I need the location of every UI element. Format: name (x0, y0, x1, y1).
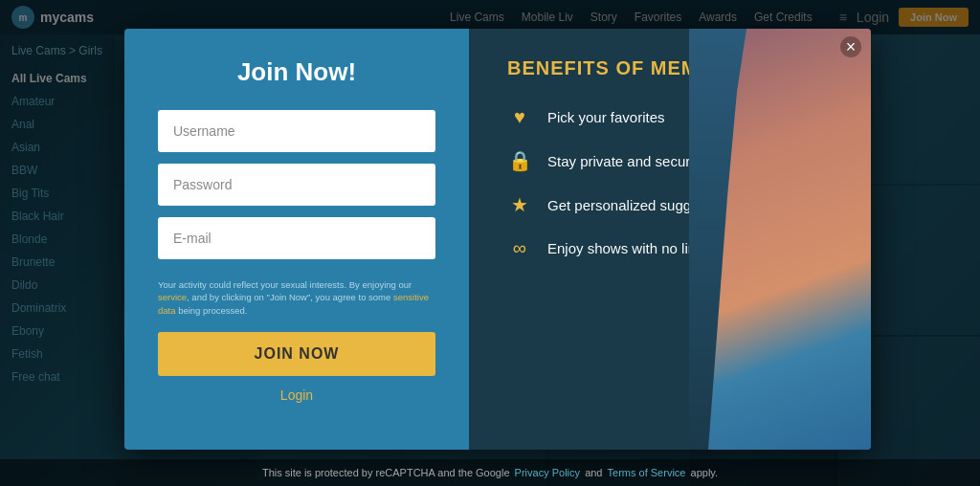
terms-of-service-link[interactable]: Terms of Service (608, 467, 686, 478)
bottom-bar: This site is protected by reCAPTCHA and … (0, 459, 980, 486)
star-icon: ★ (507, 193, 532, 216)
close-button[interactable]: × (840, 36, 861, 57)
heart-icon: ♥ (507, 106, 532, 128)
infinity-icon: ∞ (507, 237, 532, 259)
disclaimer-text: Your activity could reflect your sexual … (158, 278, 435, 317)
recaptcha-text: This site is protected by reCAPTCHA and … (262, 467, 510, 478)
modal-title: Join Now! (158, 57, 435, 87)
email-input[interactable] (158, 217, 435, 259)
username-input[interactable] (158, 110, 435, 152)
join-modal: Join Now! Your activity could reflect yo… (124, 29, 871, 450)
woman-silhouette (689, 29, 871, 450)
lock-icon: 🔒 (507, 149, 532, 172)
password-input[interactable] (158, 164, 435, 206)
decorative-woman-image (689, 29, 871, 450)
apply-text: apply. (691, 467, 719, 478)
modal-right-panel: × BENEFITS OF MEMBERSHIP ♥ Pick your fav… (469, 29, 871, 450)
modal-left-panel: Join Now! Your activity could reflect yo… (124, 29, 469, 450)
disclaimer-sensitive-link[interactable]: sensitive data (158, 292, 429, 315)
login-link[interactable]: Login (158, 387, 435, 403)
benefit-favorites-text: Pick your favorites (547, 109, 665, 125)
join-now-button[interactable]: JOIN NOW (158, 332, 435, 376)
disclaimer-service-link[interactable]: service (158, 292, 187, 302)
benefit-private-text: Stay private and secure (547, 153, 699, 169)
privacy-policy-link[interactable]: Privacy Policy (515, 467, 580, 478)
and-text: and (585, 467, 602, 478)
